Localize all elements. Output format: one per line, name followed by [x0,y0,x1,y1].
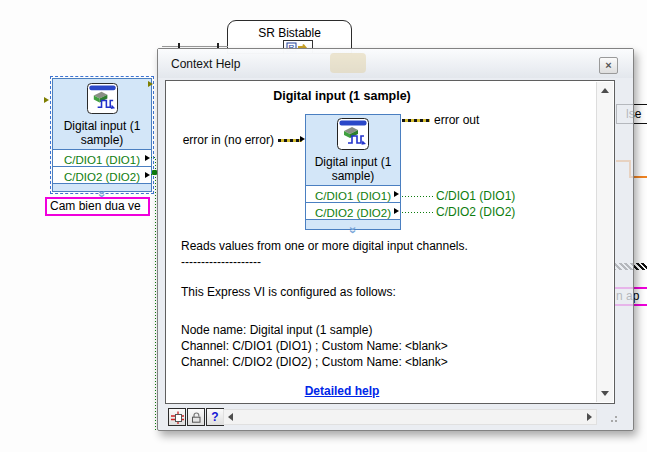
window-titlebar[interactable]: Context Help × [158,49,633,78]
output-terminal-dio1[interactable]: C/DIO1 (DIO1) [53,149,151,166]
express-vi-selection: Digital input (1 sample) C/DIO1 (DIO1) C… [50,76,154,194]
error-out-wire [402,119,430,122]
help-terminal-dio1: C/DIO1 (DIO1) [306,185,400,202]
close-icon: × [605,60,611,71]
help-terminal-dio2: C/DIO2 (DIO2) [306,202,400,219]
error-out-terminal-icon[interactable] [148,81,153,87]
wire-vertical[interactable] [155,157,156,430]
scroll-down-icon[interactable] [601,391,609,396]
terminals-icon [171,411,184,424]
help-config-line: Channel: C/DIO2 (DIO2) ; Custom Name: <b… [181,355,448,369]
sr-bistable-label: SR Bistable [228,26,351,40]
terminal-arrow-icon [394,208,399,214]
express-vi-digital-input[interactable]: Digital input (1 sample) C/DIO1 (DIO1) C… [52,78,152,192]
question-icon: ? [211,411,218,423]
free-label[interactable]: Cam bien dua ve [45,197,150,216]
error-in-terminal-icon[interactable] [44,97,49,103]
terminal-arrow-icon [145,172,150,178]
express-vi-icon[interactable] [53,79,151,118]
help-wire-label-dio2: C/DIO2 (DIO2) [436,205,515,219]
help-config-line: Channel: C/DIO1 (DIO1) ; Custom Name: <b… [181,339,448,353]
express-vi-icon [306,115,400,154]
help-heading: Digital input (1 sample) [167,89,517,103]
resize-grip[interactable] [605,410,619,424]
error-out-label: error out [434,113,479,127]
vertical-scrollbar[interactable] [596,82,613,402]
help-button[interactable]: ? [206,408,224,426]
help-separator: -------------------- [181,255,261,269]
help-content: Digital input (1 sample) error in (no er… [165,80,615,404]
expand-chevron-icon: » [306,219,400,231]
lock-help-button[interactable] [187,408,205,426]
scroll-up-icon[interactable] [601,88,609,93]
error-in-label: error in (no error) [171,133,274,147]
help-wire-dio1 [402,196,433,197]
help-config-heading: This Express VI is configured as follows… [181,285,396,299]
detailed-help-link[interactable]: Detailed help [167,384,517,398]
lock-icon [190,411,203,424]
labview-block-diagram: SR Bistable R [0,0,647,452]
express-vi-name: Digital input (1 sample) [53,119,151,147]
window-title: Context Help [171,57,240,71]
scroll-right-icon[interactable] [587,413,592,421]
help-config-line: Node name: Digital input (1 sample) [181,323,372,337]
translucent-node-ghost [330,53,366,73]
help-vi-name: Digital input (1 sample) [306,155,400,183]
terminal-arrow-icon [145,155,150,161]
help-wire-label-dio1: C/DIO1 (DIO1) [436,189,515,203]
help-express-vi: Digital input (1 sample) C/DIO1 (DIO1) C… [305,114,401,230]
output-terminal-dio2[interactable]: C/DIO2 (DIO2) [53,166,151,183]
expand-chevron-icon[interactable]: » [53,183,151,195]
horizontal-scrollbar[interactable] [223,409,597,425]
help-description: Reads values from one or more digital in… [181,239,468,253]
context-help-window: Context Help × Digital input (1 sample) … [157,48,634,431]
show-optional-terminals-button[interactable] [168,408,186,426]
help-wire-dio2 [402,212,433,213]
terminal-arrow-icon [394,191,399,197]
close-button[interactable]: × [599,57,618,74]
scroll-left-icon[interactable] [228,413,233,421]
error-in-wire [278,139,302,142]
